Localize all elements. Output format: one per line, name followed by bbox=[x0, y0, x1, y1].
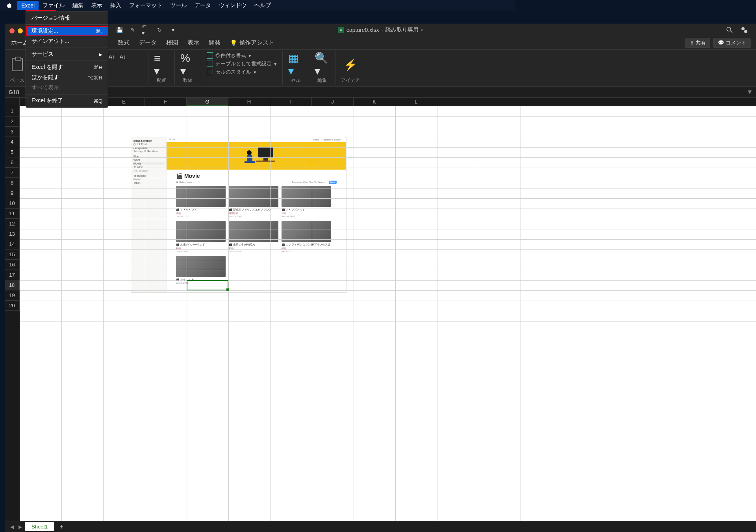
row-header[interactable]: 17 bbox=[5, 270, 20, 280]
minimize-button[interactable] bbox=[18, 28, 23, 33]
menu-insert[interactable]: 挿入 bbox=[106, 0, 125, 11]
tab-developer[interactable]: 開発 bbox=[209, 39, 220, 46]
menu-item[interactable]: サインアウト... bbox=[26, 36, 108, 46]
select-all-corner[interactable] bbox=[5, 98, 20, 106]
ribbon-group-number: % ▾ 数値 bbox=[175, 51, 201, 85]
cell-style-label: セルのスタイル bbox=[215, 68, 251, 76]
close-button[interactable] bbox=[9, 28, 15, 33]
column-header[interactable]: L bbox=[395, 98, 437, 106]
column-header[interactable]: H bbox=[228, 98, 270, 106]
column-header[interactable]: F bbox=[145, 98, 187, 106]
menu-item[interactable]: 環境設定...⌘, bbox=[26, 26, 108, 36]
svg-point-7 bbox=[247, 150, 252, 155]
file-status: 読み取り専用 bbox=[385, 26, 419, 33]
notion-toolbar-right: Properties Filter Sort 🔍 Search … New bbox=[292, 181, 337, 183]
decrease-font-icon[interactable]: A↓ bbox=[119, 52, 127, 61]
conditional-formatting[interactable]: 条件付き書式▾ bbox=[207, 52, 277, 59]
row-header[interactable]: 1 bbox=[5, 106, 20, 116]
notion-top-actions: Share ✓ Updates Favorite … bbox=[313, 138, 344, 141]
excel-app-menu-dropdown: バージョン情報環境設定...⌘,サインアウト...サービス▶Excel を隠す⌘… bbox=[26, 11, 108, 108]
column-header[interactable]: J bbox=[312, 98, 354, 106]
redo-icon[interactable]: ↻ bbox=[155, 26, 164, 34]
find-icon[interactable]: 🔍 ▾ bbox=[315, 57, 330, 72]
menu-data[interactable]: データ bbox=[191, 0, 215, 11]
menu-item[interactable]: ほかを隠す⌥⌘H bbox=[26, 72, 108, 83]
undo-icon[interactable]: ↶ ▾ bbox=[142, 26, 150, 34]
chevron-down-icon: ▾ bbox=[421, 28, 423, 32]
cells-canvas[interactable]: Masa's Notion Quick Find All Updates Set… bbox=[20, 106, 515, 363]
format-as-table[interactable]: テーブルとして書式設定▾ bbox=[207, 60, 277, 67]
menu-help[interactable]: ヘルプ bbox=[250, 0, 275, 11]
apple-icon[interactable] bbox=[6, 2, 13, 9]
row-header[interactable]: 3 bbox=[5, 127, 20, 137]
notion-card: 🎬 山田の冬AM8時れ邦画Jan 8, 2021 bbox=[229, 221, 278, 253]
row-header[interactable]: 10 bbox=[5, 198, 20, 209]
percent-icon[interactable]: % ▾ bbox=[180, 57, 195, 72]
menu-edit[interactable]: 編集 bbox=[69, 0, 87, 11]
tab-review[interactable]: 校閲 bbox=[166, 39, 178, 46]
menu-file[interactable]: ファイル bbox=[39, 0, 69, 11]
alignment-label: 配置 bbox=[157, 77, 166, 84]
column-header[interactable]: G bbox=[187, 98, 228, 106]
row-header[interactable]: 9 bbox=[5, 188, 20, 198]
notion-view: ▦ Gallery view ▾ bbox=[176, 181, 194, 183]
edit-icon[interactable]: ✎ bbox=[128, 26, 137, 34]
embedded-image-notion[interactable]: Masa's Notion Quick Find All Updates Set… bbox=[131, 137, 346, 293]
row-header[interactable]: 5 bbox=[5, 147, 20, 157]
cells-icon[interactable]: ▦ ▾ bbox=[288, 57, 303, 72]
notion-workspace: Masa's Notion bbox=[133, 139, 165, 142]
quick-access-toolbar: 💾 ✎ ↶ ▾ ↻ ▾ bbox=[115, 26, 177, 34]
row-header[interactable]: 11 bbox=[5, 209, 20, 219]
notion-sidebar: Masa's Notion Quick Find All Updates Set… bbox=[131, 137, 167, 292]
row-header[interactable]: 6 bbox=[5, 157, 20, 168]
increase-font-icon[interactable]: A↑ bbox=[107, 52, 116, 61]
ribbon-group-editing: 🔍 ▾ 編集 bbox=[309, 51, 335, 85]
paste-icon[interactable] bbox=[12, 58, 23, 71]
menu-item[interactable]: バージョン情報 bbox=[26, 13, 108, 23]
notion-settings: Settings & Members bbox=[133, 150, 165, 153]
conditional-label: 条件付き書式 bbox=[215, 52, 246, 59]
menu-item[interactable]: Excel を終了⌘Q bbox=[26, 96, 108, 106]
row-header[interactable]: 20 bbox=[5, 301, 20, 311]
row-header[interactable]: 7 bbox=[5, 168, 20, 178]
tab-view[interactable]: 表示 bbox=[187, 39, 199, 46]
column-header[interactable]: K bbox=[354, 98, 395, 106]
menu-tools[interactable]: ツール bbox=[166, 0, 191, 11]
row-header[interactable]: 19 bbox=[5, 290, 20, 301]
row-header[interactable]: 13 bbox=[5, 229, 20, 239]
notion-card: 🎬 コンフィデンスマンJPプリンセス編邦画Jan 4, 2021 bbox=[282, 221, 331, 253]
row-headers: 1234567891011121314151617181920 bbox=[5, 106, 20, 363]
menu-window[interactable]: ウィンドウ bbox=[215, 0, 250, 11]
menu-view[interactable]: 表示 bbox=[87, 0, 106, 11]
ribbon-group-cells: ▦ ▾ セル bbox=[283, 51, 309, 85]
qat-customize-icon[interactable]: ▾ bbox=[169, 26, 177, 34]
row-header[interactable]: 8 bbox=[5, 178, 20, 188]
align-icon[interactable]: ≡ ▾ bbox=[154, 57, 169, 72]
active-cell[interactable] bbox=[187, 280, 228, 290]
row-header[interactable]: 12 bbox=[5, 219, 20, 229]
svg-rect-8 bbox=[247, 155, 252, 161]
menu-item: すべて表示 bbox=[26, 83, 108, 93]
cell-styles[interactable]: セルのスタイル▾ bbox=[207, 68, 277, 76]
svg-rect-9 bbox=[245, 161, 255, 163]
menu-item[interactable]: サービス▶ bbox=[26, 49, 108, 59]
menu-item[interactable]: Excel を隠す⌘H bbox=[26, 62, 108, 72]
row-header[interactable]: 4 bbox=[5, 137, 20, 147]
row-header[interactable]: 16 bbox=[5, 260, 20, 270]
menu-excel[interactable]: Excel bbox=[17, 1, 39, 10]
ideas-icon[interactable]: ⚡ bbox=[343, 57, 358, 72]
menu-format[interactable]: フォーマット bbox=[125, 0, 166, 11]
editing-label: 編集 bbox=[317, 77, 327, 84]
document-title[interactable]: X capture0.xlsx - 読み取り専用 ▾ bbox=[338, 26, 423, 33]
tab-data[interactable]: データ bbox=[139, 39, 157, 46]
tab-formulas[interactable]: 数式 bbox=[118, 39, 130, 46]
save-icon[interactable]: 💾 bbox=[115, 26, 124, 34]
row-header[interactable]: 15 bbox=[5, 249, 20, 260]
column-header[interactable]: I bbox=[270, 98, 312, 106]
notion-trash: Trash bbox=[133, 181, 165, 185]
row-header[interactable]: 18 bbox=[5, 280, 20, 290]
row-header[interactable]: 14 bbox=[5, 239, 20, 249]
column-header[interactable]: E bbox=[103, 98, 145, 106]
row-header[interactable]: 2 bbox=[5, 116, 20, 127]
tell-me[interactable]: 💡 操作アシスト bbox=[230, 39, 274, 46]
